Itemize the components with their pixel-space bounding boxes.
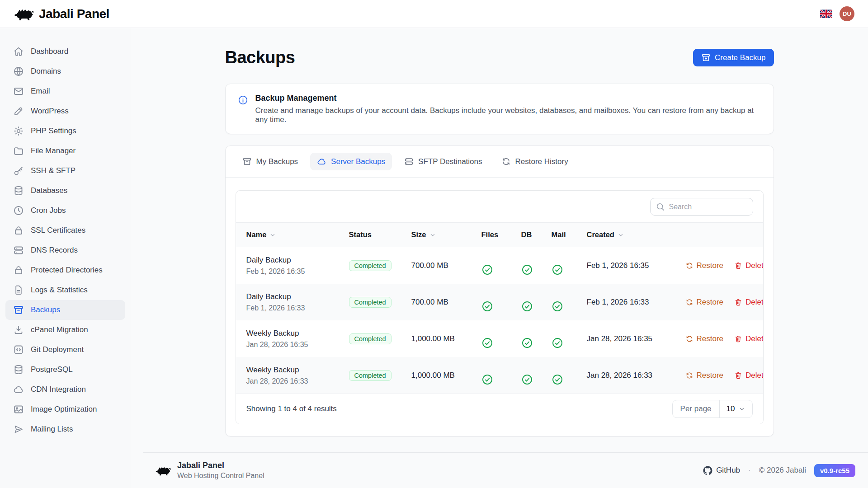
sidebar-item-postgresql[interactable]: PostgreSQL — [5, 360, 125, 380]
tab-server-backups[interactable]: Server Backups — [310, 153, 392, 170]
cell-name: Weekly Backup Jan 28, 2026 16:35 — [246, 329, 349, 349]
tab-sftp-destinations[interactable]: SFTP Destinations — [397, 153, 489, 170]
sidebar-item-protected-directories[interactable]: Protected Directories — [5, 260, 125, 280]
backup-name: Weekly Backup — [246, 329, 349, 338]
check-circle-icon — [552, 300, 587, 312]
trash-icon — [734, 262, 742, 270]
sidebar-item-icon — [13, 305, 24, 315]
cell-mail — [552, 366, 587, 385]
sidebar-item-icon — [13, 364, 24, 375]
boar-logo-icon — [14, 6, 34, 22]
cell-actions: Restore Delete — [685, 261, 764, 270]
sidebar-item-icon — [13, 324, 24, 335]
sidebar-item-email[interactable]: Email — [5, 81, 125, 101]
sidebar-item-cron-jobs[interactable]: Cron Jobs — [5, 201, 125, 221]
column-label: Created — [587, 230, 614, 239]
refresh-icon — [685, 298, 693, 306]
cell-created: Feb 1, 2026 16:33 — [587, 298, 685, 307]
sidebar-item-dashboard[interactable]: Dashboard — [5, 42, 125, 61]
sidebar-item-ssl-certificates[interactable]: SSL Certificates — [5, 221, 125, 240]
sidebar-item-label: Cron Jobs — [31, 206, 66, 215]
sidebar-item-label: DNS Records — [31, 246, 78, 255]
sidebar-item-label: cPanel Migration — [31, 325, 88, 334]
banner-description: Create and manage backups of your accoun… — [255, 106, 761, 124]
check-circle-icon — [481, 337, 521, 349]
sidebar-item-wordpress[interactable]: WordPress — [5, 101, 125, 121]
tab-label: My Backups — [256, 157, 298, 166]
sidebar-item-git-deployment[interactable]: Git Deployment — [5, 340, 125, 360]
sidebar-item-ssh-sftp[interactable]: SSH & SFTP — [5, 161, 125, 181]
check-circle-icon — [552, 264, 587, 276]
cell-name: Daily Backup Feb 1, 2026 16:33 — [246, 292, 349, 312]
pagination-row: Showing 1 to 4 of 4 results Per page 10 — [236, 394, 763, 424]
sidebar-item-file-manager[interactable]: File Manager — [5, 141, 125, 161]
sidebar-item-icon — [13, 66, 24, 77]
check-circle-icon — [521, 337, 552, 349]
sidebar-item-cpanel-migration[interactable]: cPanel Migration — [5, 320, 125, 340]
delete-button[interactable]: Delete — [734, 334, 763, 343]
sidebar-item-domains[interactable]: Domains — [5, 61, 125, 81]
sidebar-item-logs-statistics[interactable]: Logs & Statistics — [5, 280, 125, 300]
column-label: Size — [411, 230, 426, 239]
sidebar-item-cdn-integration[interactable]: CDN Integration — [5, 380, 125, 399]
backup-management-banner: Backup Management Create and manage back… — [225, 84, 774, 134]
table-column-header[interactable]: Created — [587, 230, 685, 239]
cell-mail — [552, 292, 587, 312]
sort-chevron-icon — [269, 231, 276, 239]
create-backup-button[interactable]: Create Backup — [693, 49, 774, 66]
sidebar-item-icon — [13, 205, 24, 216]
restore-button[interactable]: Restore — [685, 371, 724, 380]
sidebar-item-mailing-lists[interactable]: Mailing Lists — [5, 419, 125, 439]
tab-restore-history[interactable]: Restore History — [495, 153, 575, 170]
app-logo[interactable]: Jabali Panel — [14, 6, 109, 22]
delete-button[interactable]: Delete — [734, 298, 763, 307]
sidebar: Dashboard Domains Email WordPress PHP Se… — [0, 28, 131, 488]
sidebar-item-dns-records[interactable]: DNS Records — [5, 240, 125, 260]
restore-button[interactable]: Restore — [685, 334, 724, 343]
trash-icon — [734, 335, 742, 343]
footer-brand: Jabali Panel — [177, 461, 264, 470]
app-title: Jabali Panel — [39, 7, 109, 21]
backups-table-panel: Name Status Size Files — [236, 190, 764, 424]
github-link[interactable]: GitHub — [703, 466, 740, 475]
delete-button[interactable]: Delete — [734, 261, 763, 270]
check-circle-icon — [521, 264, 552, 276]
check-circle-icon — [481, 300, 521, 312]
restore-button[interactable]: Restore — [685, 261, 724, 270]
column-label: Status — [349, 230, 372, 239]
sidebar-item-label: CDN Integration — [31, 385, 86, 394]
cell-created: Jan 28, 2026 16:33 — [587, 371, 685, 380]
sidebar-item-icon — [13, 404, 24, 415]
cell-files — [481, 256, 521, 276]
user-avatar[interactable]: DU — [840, 6, 854, 21]
status-badge: Completed — [349, 370, 392, 381]
sort-chevron-icon — [429, 231, 436, 239]
refresh-icon — [685, 371, 693, 380]
sidebar-item-backups[interactable]: Backups — [5, 300, 125, 320]
restore-button[interactable]: Restore — [685, 298, 724, 307]
sidebar-item-php-settings[interactable]: PHP Settings — [5, 121, 125, 141]
table-column-header: DB — [521, 230, 552, 239]
delete-button[interactable]: Delete — [734, 371, 763, 380]
cell-status: Completed — [349, 260, 411, 271]
page-footer: Jabali Panel Web Hosting Control Panel G… — [143, 452, 868, 488]
sidebar-item-databases[interactable]: Databases — [5, 181, 125, 201]
table-row: Weekly Backup Jan 28, 2026 16:35 Complet… — [236, 320, 763, 357]
tab-my-backups[interactable]: My Backups — [236, 153, 305, 170]
sidebar-item-image-optimization[interactable]: Image Optimization — [5, 399, 125, 419]
cell-db — [521, 329, 552, 349]
sidebar-item-icon — [13, 126, 24, 136]
backup-date: Jan 28, 2026 16:35 — [246, 341, 349, 349]
tab-icon — [317, 157, 326, 166]
search-icon — [656, 202, 665, 211]
table-column-header[interactable]: Size — [411, 230, 481, 239]
search-input[interactable] — [650, 198, 753, 216]
table-column-header[interactable]: Name — [246, 230, 349, 239]
language-flag-icon[interactable] — [820, 9, 832, 18]
backup-date: Feb 1, 2026 16:35 — [246, 267, 349, 276]
backup-name: Weekly Backup — [246, 366, 349, 375]
cell-db — [521, 256, 552, 276]
per-page-select[interactable]: Per page 10 — [672, 400, 753, 418]
sidebar-item-label: Image Optimization — [31, 405, 97, 414]
tab-icon — [501, 157, 511, 166]
